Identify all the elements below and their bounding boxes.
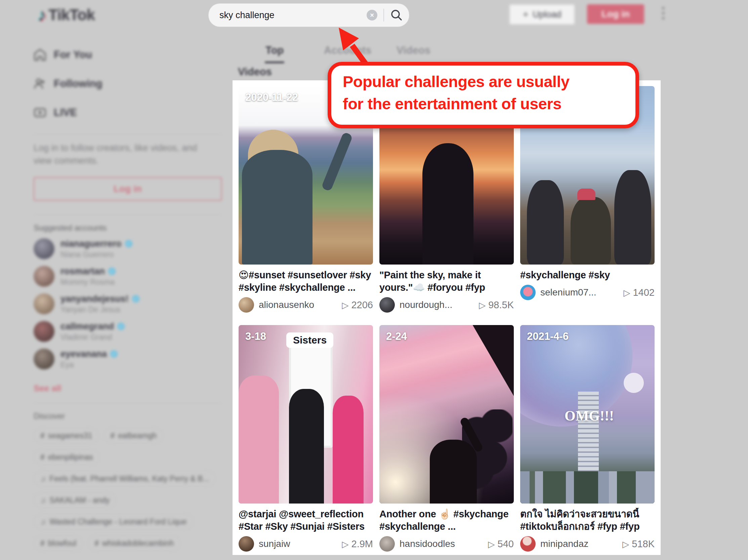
suggested-account[interactable]: yanyandejesus! ✓ Yanyan De Jesus	[33, 293, 222, 314]
suggested-accounts-title: Suggested accounts	[33, 223, 222, 233]
discover-sound[interactable]: Feels (feat. Pharrell Williams, Katy Per…	[33, 471, 216, 487]
suggested-accounts-list: nianaguerrero ✓ Niana Guerrero rosmartan…	[33, 238, 222, 370]
avatar[interactable]	[239, 297, 254, 312]
login-button-top[interactable]: Log in	[587, 4, 644, 24]
view-count: 98.5K	[488, 300, 514, 310]
video-date: 2020-11-22	[245, 91, 298, 103]
videos-section-title: Videos	[238, 66, 272, 78]
upload-button[interactable]: + Upload	[509, 4, 575, 25]
music-icon	[40, 517, 46, 527]
discover-list: seagames31 eatbeamgh ebenpilipinas Feels…	[33, 427, 222, 551]
view-count: 518K	[632, 538, 655, 550]
suggested-account[interactable]: eyevanana ✓ Eya	[33, 348, 222, 370]
video-username[interactable]: alionausenko	[259, 300, 314, 310]
view-count: 2.9M	[351, 538, 373, 550]
suggested-account[interactable]: nianaguerrero ✓ Niana Guerrero	[33, 238, 222, 259]
upload-icon: +	[522, 9, 529, 20]
discover-tag[interactable]: blowfoul	[33, 535, 83, 551]
avatar[interactable]	[379, 536, 395, 552]
video-caption[interactable]: Another one ☝🏻 #skychange #skychallenge …	[379, 508, 514, 533]
video-card[interactable]: OMG!!! 2021-4-6 ตกใจ ไม่คิดว่าจะสวยขนาดน…	[520, 325, 655, 552]
hashtag-icon	[111, 431, 115, 440]
discover-tag[interactable]: seagames31	[33, 427, 99, 444]
avatar[interactable]	[239, 536, 254, 552]
see-all-link[interactable]: See all	[33, 383, 222, 394]
verified-badge-icon: ✓	[125, 240, 133, 248]
thumbnail-overlay-text: OMG!!!	[564, 408, 614, 424]
tab-videos[interactable]: Videos	[397, 44, 430, 56]
view-count: 540	[498, 538, 514, 550]
video-date: 2021-4-6	[527, 330, 568, 343]
sidebar-divider	[33, 134, 222, 134]
sidebar-item-following[interactable]: Following	[33, 76, 222, 91]
video-card[interactable]: 2-24 Another one ☝🏻 #skychange #skychall…	[379, 325, 514, 552]
discover-sound[interactable]: SAKALAM - andy	[33, 492, 116, 508]
annotation-text: for the entertainment of users	[343, 94, 561, 113]
video-caption[interactable]: @starjai @sweet_reflection #Star #Sky #S…	[239, 508, 373, 533]
avatar[interactable]	[379, 297, 395, 312]
following-users-icon	[33, 77, 46, 90]
login-prompt: Log in to follow creators, like videos, …	[33, 141, 215, 167]
video-username[interactable]: sunjaiw	[259, 538, 290, 549]
video-date: 3-18	[245, 330, 266, 343]
video-caption[interactable]: #skychallenge #sky	[520, 269, 655, 281]
video-username[interactable]: selenium07...	[540, 287, 597, 298]
music-icon	[40, 496, 46, 505]
hashtag-icon	[40, 453, 45, 462]
sidebar-item-for-you[interactable]: For You	[33, 47, 222, 63]
video-caption[interactable]: 😍#sunset #sunsetlover #sky #skyline #sky…	[239, 269, 373, 294]
clear-search-icon[interactable]: ×	[367, 10, 377, 21]
avatar	[33, 349, 54, 369]
play-count-icon	[342, 538, 349, 550]
annotation-text: Popular challenges are usually	[343, 72, 569, 91]
suggested-account[interactable]: rosmartan ✓ Mommy Rosma	[33, 265, 222, 287]
sidebar-item-live[interactable]: LIVE	[33, 105, 222, 120]
sidebar: For You Following LIVE Log in to follow …	[33, 47, 222, 551]
active-tab-underline	[265, 62, 284, 63]
avatar[interactable]	[520, 536, 536, 552]
verified-badge-icon: ✓	[117, 323, 125, 330]
video-username[interactable]: minipandaz	[540, 538, 588, 549]
discover-tag[interactable]: ebenpilipinas	[33, 449, 100, 465]
thumbnail-overlay-text: Sisters	[286, 332, 333, 348]
discover-title: Discover	[33, 412, 222, 421]
home-icon	[33, 48, 46, 61]
discover-tag[interactable]: whiskadoblecambinh	[88, 535, 181, 551]
verified-badge-icon: ✓	[132, 295, 139, 303]
avatar	[33, 321, 54, 342]
hashtag-icon	[94, 539, 99, 548]
avatar	[33, 238, 54, 259]
discover-sound[interactable]: Wasted Challenge - Leonard Ford Lique	[33, 514, 193, 530]
avatar[interactable]	[520, 285, 536, 300]
video-card[interactable]: Sisters 3-18 @starjai @sweet_reflection …	[239, 325, 373, 552]
tiktok-logo[interactable]: ♪ TikTok	[38, 5, 95, 25]
video-caption[interactable]: ตกใจ ไม่คิดว่าจะสวยขนาดนี้ #tiktokบล็อกเ…	[520, 508, 655, 533]
tab-top[interactable]: Top	[265, 44, 284, 56]
view-count: 1402	[633, 287, 655, 298]
brand-name: TikTok	[48, 6, 95, 24]
avatar	[33, 266, 54, 287]
sidebar-divider	[33, 215, 222, 215]
video-thumbnail[interactable]: 2-24	[379, 325, 514, 504]
more-options-icon[interactable]: ⋮	[656, 4, 671, 21]
video-date: 2-24	[386, 330, 407, 343]
video-thumbnail[interactable]: OMG!!! 2021-4-6	[520, 325, 655, 504]
login-button-sidebar[interactable]: Log in	[33, 177, 222, 201]
play-count-icon	[488, 538, 495, 550]
search-input[interactable]	[219, 10, 367, 21]
play-count-icon	[342, 300, 348, 310]
verified-badge-icon: ✓	[108, 267, 116, 275]
discover-tag[interactable]: eatbeamgh	[104, 427, 164, 444]
play-count-icon	[622, 538, 629, 550]
tiktok-note-icon: ♪	[38, 5, 46, 25]
video-username[interactable]: hansidoodles	[400, 538, 455, 549]
annotation-callout: Popular challenges are usually for the e…	[328, 62, 639, 129]
hashtag-icon	[40, 431, 45, 440]
video-username[interactable]: nourdough...	[400, 300, 452, 310]
live-icon	[33, 106, 46, 119]
video-caption[interactable]: "Paint the sky, make it yours."☁️ #foryo…	[379, 269, 514, 294]
suggested-account[interactable]: callmegrand ✓ Vladimir Grand	[33, 321, 222, 342]
video-thumbnail[interactable]: Sisters 3-18	[239, 325, 373, 504]
avatar	[33, 294, 54, 314]
tiktok-search-page: ♪ TikTok × + Upload Log in ⋮ For You	[0, 0, 748, 560]
